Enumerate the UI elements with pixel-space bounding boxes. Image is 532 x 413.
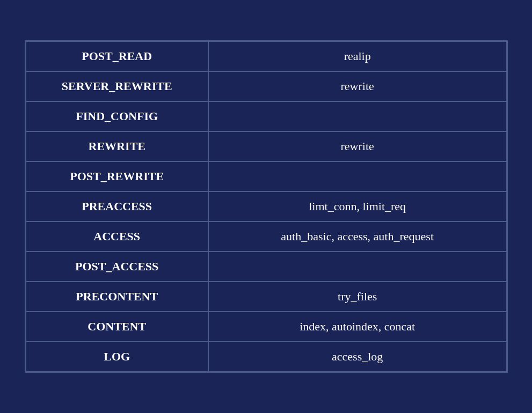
phase-cell: PRECONTENT: [25, 282, 208, 312]
phase-cell: POST_REWRITE: [25, 161, 208, 191]
phase-cell: PREACCESS: [25, 191, 208, 222]
phase-cell: FIND_CONFIG: [25, 101, 208, 131]
table-row: POST_READrealip: [25, 41, 507, 72]
nginx-phases-table: POST_READrealipSERVER_REWRITErewriteFIND…: [25, 40, 508, 373]
phase-cell: POST_READ: [25, 41, 208, 72]
phase-cell: SERVER_REWRITE: [25, 71, 208, 101]
modules-cell: index, autoindex, concat: [208, 312, 507, 342]
modules-cell: [208, 161, 507, 191]
modules-cell: auth_basic, access, auth_request: [208, 222, 507, 252]
phase-table-container: POST_READrealipSERVER_REWRITErewriteFIND…: [25, 40, 508, 373]
modules-cell: rewrite: [208, 131, 507, 161]
phase-cell: ACCESS: [25, 222, 208, 252]
table-row: PREACCESSlimt_conn, limit_req: [25, 191, 507, 222]
phase-cell: LOG: [25, 342, 208, 372]
table-row: LOGaccess_log: [25, 342, 507, 372]
phase-cell: REWRITE: [25, 131, 208, 161]
table-row: POST_ACCESS: [25, 252, 507, 282]
modules-cell: limt_conn, limit_req: [208, 191, 507, 222]
modules-cell: access_log: [208, 342, 507, 372]
table-row: FIND_CONFIG: [25, 101, 507, 131]
modules-cell: realip: [208, 41, 507, 72]
table-row: ACCESSauth_basic, access, auth_request: [25, 222, 507, 252]
table-row: CONTENTindex, autoindex, concat: [25, 312, 507, 342]
modules-cell: [208, 252, 507, 282]
table-row: REWRITErewrite: [25, 131, 507, 161]
modules-cell: rewrite: [208, 71, 507, 101]
modules-cell: [208, 101, 507, 131]
phase-cell: POST_ACCESS: [25, 252, 208, 282]
phase-cell: CONTENT: [25, 312, 208, 342]
table-row: PRECONTENTtry_files: [25, 282, 507, 312]
table-row: SERVER_REWRITErewrite: [25, 71, 507, 101]
table-row: POST_REWRITE: [25, 161, 507, 191]
modules-cell: try_files: [208, 282, 507, 312]
